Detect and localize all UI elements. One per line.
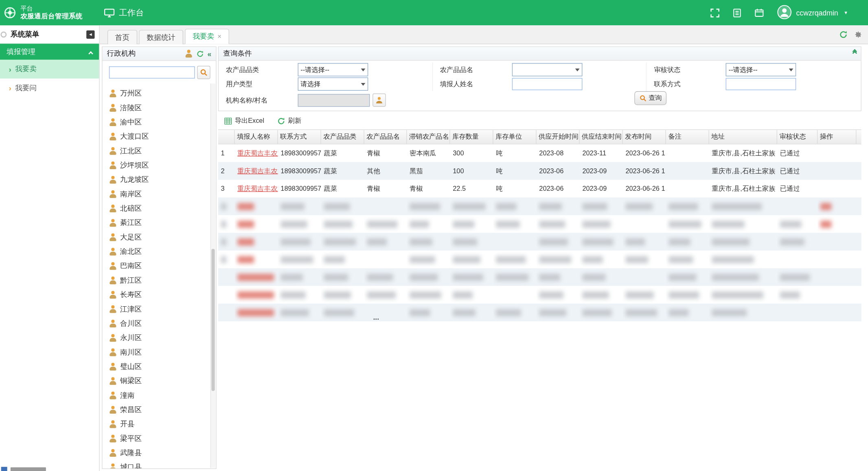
tree-item-district[interactable]: 南川区 bbox=[109, 345, 216, 359]
tree-item-district[interactable]: 九龙坡区 bbox=[109, 172, 216, 187]
tree-item-district[interactable]: 永川区 bbox=[109, 331, 216, 345]
tree-item-district[interactable]: 渝北区 bbox=[109, 244, 216, 259]
org-user-icon bbox=[109, 89, 117, 97]
tree-refresh-icon[interactable] bbox=[196, 50, 204, 57]
tree-item-district[interactable]: 江北区 bbox=[109, 144, 216, 158]
tree-item-district[interactable]: 万州区 bbox=[109, 86, 216, 100]
person-icon bbox=[375, 96, 383, 104]
tree-scrollbar[interactable] bbox=[210, 83, 215, 468]
column-header[interactable]: 供应开始时间 bbox=[537, 130, 580, 144]
select-org-button[interactable] bbox=[373, 94, 386, 107]
table-cell bbox=[666, 180, 709, 198]
tree-item-district[interactable]: 城口县 bbox=[109, 460, 216, 468]
refresh-tabs-icon[interactable] bbox=[839, 31, 847, 39]
tab-statistics[interactable]: 数据统计 bbox=[139, 30, 183, 44]
tree-item-district[interactable]: 璧山区 bbox=[109, 360, 216, 374]
tree-item-district[interactable]: 黔江区 bbox=[109, 273, 216, 288]
redacted-cell bbox=[818, 286, 856, 304]
redacted-cell bbox=[709, 233, 777, 251]
column-header[interactable]: 供应结束时间 bbox=[580, 130, 623, 144]
column-header[interactable]: 操作 bbox=[818, 130, 856, 144]
contact-input[interactable] bbox=[726, 78, 796, 90]
tree-item-district[interactable]: 涪陵区 bbox=[109, 100, 216, 115]
org-name-input[interactable] bbox=[298, 94, 370, 106]
workbench-nav[interactable]: 工作台 bbox=[104, 7, 144, 18]
document-icon[interactable] bbox=[733, 8, 741, 17]
tab-close-icon[interactable]: × bbox=[217, 33, 221, 40]
scrollbar-thumb[interactable] bbox=[211, 249, 215, 391]
tree-item-district[interactable]: 荣昌区 bbox=[109, 403, 216, 417]
tree-item-district[interactable]: 北碚区 bbox=[109, 201, 216, 216]
search-button[interactable]: 查询 bbox=[634, 91, 666, 105]
sidebar-item-sell[interactable]: › 我要卖 bbox=[0, 60, 99, 78]
chevron-down-icon bbox=[361, 83, 366, 85]
reporter-name-input[interactable] bbox=[512, 78, 582, 90]
column-header[interactable]: 发布时间 bbox=[623, 130, 666, 144]
redacted-cell bbox=[218, 197, 235, 215]
table-body: 1重庆蜀吉丰农业18983009957蔬菜青椒密本南瓜300吨2023-0820… bbox=[218, 144, 861, 321]
column-header[interactable]: 审核状态 bbox=[777, 130, 818, 144]
tree-item-district[interactable]: 大渡口区 bbox=[109, 129, 216, 144]
tree-item-district[interactable]: 开县 bbox=[109, 417, 216, 431]
tree-item-district[interactable]: 长寿区 bbox=[109, 288, 216, 302]
column-header[interactable]: 库存单位 bbox=[493, 130, 536, 144]
org-user-icon[interactable] bbox=[185, 50, 193, 57]
redacted-cell bbox=[450, 251, 493, 268]
user-type-select[interactable]: 请选择 bbox=[298, 77, 368, 91]
tree-item-district[interactable]: 铜梁区 bbox=[109, 374, 216, 388]
tab-sell[interactable]: 我要卖 × bbox=[185, 29, 229, 44]
sidebar-collapse-button[interactable]: ◄ bbox=[86, 30, 94, 38]
column-header[interactable]: 备注 bbox=[666, 130, 709, 144]
district-label: 大渡口区 bbox=[120, 132, 149, 142]
column-header[interactable]: 库存数量 bbox=[450, 130, 493, 144]
tree-item-district[interactable]: 南岸区 bbox=[109, 187, 216, 201]
column-header[interactable] bbox=[218, 130, 235, 144]
tree-item-district[interactable]: 武隆县 bbox=[109, 446, 216, 460]
topbar-actions: ccwzrqadmin ▼ bbox=[710, 5, 868, 21]
refresh-button[interactable]: 刷新 bbox=[276, 115, 303, 127]
org-user-icon bbox=[109, 363, 117, 371]
fullscreen-icon[interactable] bbox=[710, 8, 720, 17]
table-row[interactable]: 3重庆蜀吉丰农业18983009957蔬菜青椒青椒22.5吨2023-06202… bbox=[218, 180, 861, 198]
table-row[interactable]: 2重庆蜀吉丰农业18983009957蔬菜其他黑茄100吨2023-062023… bbox=[218, 162, 861, 180]
tree-item-district[interactable]: 渝中区 bbox=[109, 115, 216, 129]
table-row[interactable]: 1重庆蜀吉丰农业18983009957蔬菜青椒密本南瓜300吨2023-0820… bbox=[218, 144, 861, 162]
tree-item-district[interactable]: 合川区 bbox=[109, 316, 216, 331]
column-header[interactable]: 滞销农产品名 bbox=[407, 130, 450, 144]
collapse-up-icon[interactable] bbox=[853, 50, 856, 53]
reporter-name-link[interactable]: 重庆蜀吉丰农业 bbox=[237, 148, 278, 158]
tree-search-button[interactable] bbox=[197, 66, 210, 79]
tab-home[interactable]: 首页 bbox=[107, 30, 137, 44]
district-label: 武隆县 bbox=[120, 448, 142, 458]
export-excel-button[interactable]: 导出Excel bbox=[223, 115, 266, 127]
menu-group-fill-report[interactable]: 填报管理 bbox=[0, 44, 99, 59]
category-select[interactable]: --请选择-- bbox=[298, 63, 368, 76]
column-header[interactable]: 农产品品名 bbox=[364, 130, 407, 144]
column-header[interactable]: 地址 bbox=[709, 130, 777, 144]
table-cell: 青椒 bbox=[407, 180, 450, 198]
user-menu[interactable]: ccwzrqadmin ▼ bbox=[777, 5, 848, 21]
column-header[interactable]: 联系方式 bbox=[278, 130, 321, 144]
panel-collapse-icon[interactable]: « bbox=[208, 50, 212, 57]
calendar-icon[interactable] bbox=[755, 8, 764, 17]
tree-search-input[interactable] bbox=[109, 66, 195, 78]
redacted-cell bbox=[537, 286, 580, 304]
sidebar-item-ask[interactable]: › 我要问 bbox=[0, 78, 99, 97]
tree-item-district[interactable]: 沙坪坝区 bbox=[109, 158, 216, 172]
column-header[interactable]: 填报人名称 bbox=[235, 130, 278, 144]
settings-gear-icon[interactable] bbox=[854, 31, 862, 39]
district-label: 巴南区 bbox=[120, 261, 142, 271]
redacted-cell bbox=[407, 251, 450, 268]
column-header[interactable]: 农产品品类 bbox=[321, 130, 364, 144]
reporter-name-link[interactable]: 重庆蜀吉丰农业 bbox=[237, 184, 278, 193]
tree-item-district[interactable]: 潼南 bbox=[109, 388, 216, 403]
tree-item-district[interactable]: 綦江区 bbox=[109, 216, 216, 230]
product-select[interactable] bbox=[512, 63, 582, 76]
tree-item-district[interactable]: 江津区 bbox=[109, 302, 216, 316]
redacted-cell bbox=[450, 268, 493, 286]
reporter-name-link[interactable]: 重庆蜀吉丰农业 bbox=[237, 166, 278, 176]
tree-item-district[interactable]: 巴南区 bbox=[109, 259, 216, 273]
tree-item-district[interactable]: 梁平区 bbox=[109, 432, 216, 446]
status-select[interactable]: --请选择-- bbox=[726, 63, 796, 76]
tree-item-district[interactable]: 大足区 bbox=[109, 230, 216, 244]
